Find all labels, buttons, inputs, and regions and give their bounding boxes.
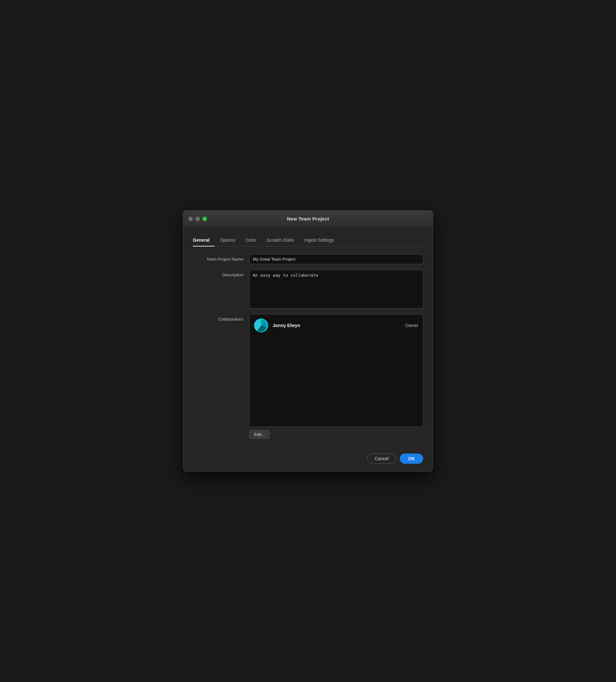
title-bar: New Team Project [183, 210, 433, 227]
tab-color[interactable]: Color [240, 235, 261, 247]
minimize-button[interactable] [195, 217, 200, 221]
form-section: Team Project Name: Description: An easy … [193, 254, 423, 439]
avatar [254, 318, 268, 333]
description-control: An easy way to collaborate [249, 270, 423, 309]
project-name-label: Team Project Name: [193, 254, 244, 262]
project-name-input[interactable] [249, 254, 423, 264]
tabs-container: General Options Color Scratch Disks Inge… [193, 235, 423, 247]
edit-button[interactable]: Edit... [249, 430, 269, 439]
dialog-window: New Team Project General Options Color S… [183, 210, 433, 472]
collaborator-role: Owner [405, 323, 418, 328]
collaborators-empty-area [250, 337, 423, 427]
ok-button[interactable]: OK [400, 454, 423, 464]
description-row: Description: An easy way to collaborate [193, 270, 423, 309]
tab-ingest-settings[interactable]: Ingest Settings [299, 235, 339, 247]
tab-options[interactable]: Options [215, 235, 240, 247]
description-textarea[interactable]: An easy way to collaborate [249, 270, 423, 309]
dialog-footer: Cancel OK [183, 448, 433, 472]
project-name-control [249, 254, 423, 264]
avatar-icon [254, 318, 268, 333]
tab-scratch-disks[interactable]: Scratch Disks [261, 235, 299, 247]
collaborators-row: Collaborators: [193, 314, 423, 439]
collaborators-box: Jonny Elwyn Owner [249, 314, 423, 427]
collaborators-label: Collaborators: [193, 314, 244, 322]
collaborators-control: Jonny Elwyn Owner Edit... [249, 314, 423, 439]
collaborator-name: Jonny Elwyn [273, 323, 405, 328]
project-name-row: Team Project Name: [193, 254, 423, 264]
close-button[interactable] [188, 217, 193, 221]
description-label: Description: [193, 270, 244, 277]
maximize-button[interactable] [203, 217, 207, 221]
tab-general[interactable]: General [193, 235, 215, 247]
collaborator-row: Jonny Elwyn Owner [250, 315, 423, 337]
dialog-title: New Team Project [287, 216, 329, 222]
dialog-content: General Options Color Scratch Disks Inge… [183, 227, 433, 448]
cancel-button[interactable]: Cancel [367, 454, 396, 464]
window-controls [188, 217, 207, 221]
edit-btn-row: Edit... [249, 430, 423, 439]
